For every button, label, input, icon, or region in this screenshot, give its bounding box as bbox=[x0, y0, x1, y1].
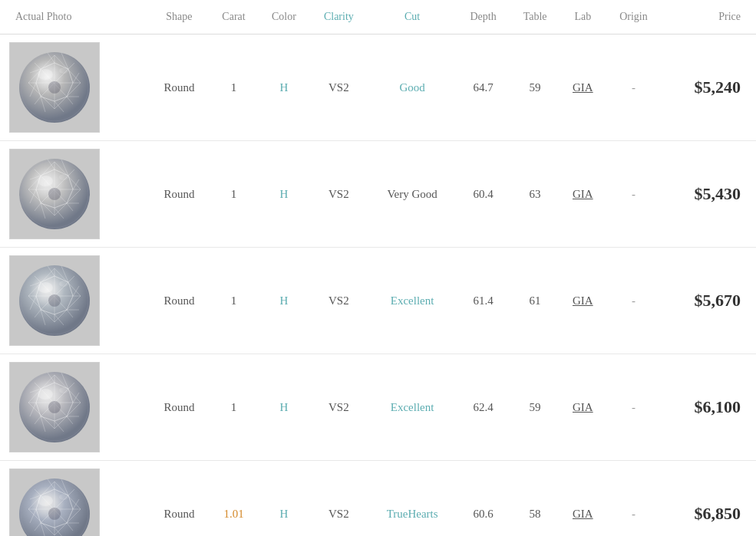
lab-cell[interactable]: GIA bbox=[560, 354, 606, 461]
svg-point-60 bbox=[59, 174, 68, 180]
origin-cell: - bbox=[606, 461, 662, 537]
col-header-cut: Cut bbox=[368, 0, 457, 35]
table-cell: 58 bbox=[510, 461, 560, 537]
diamond-table: Actual Photo Shape Carat Color Clarity C… bbox=[0, 0, 756, 536]
table-cell: 63 bbox=[510, 141, 560, 248]
origin-cell: - bbox=[606, 35, 662, 141]
shape-cell: Round bbox=[150, 141, 210, 248]
col-header-shape: Shape bbox=[150, 0, 210, 35]
carat-cell: 1 bbox=[209, 248, 258, 354]
col-header-clarity: Clarity bbox=[309, 0, 368, 35]
svg-point-30 bbox=[48, 81, 61, 94]
photo-cell bbox=[0, 461, 150, 537]
table-row: Round 1 H VS2 Very Good 60.4 63 GIA - $5… bbox=[0, 141, 756, 248]
table-cell: 59 bbox=[510, 35, 560, 141]
col-header-color: Color bbox=[259, 0, 310, 35]
svg-point-153 bbox=[59, 494, 68, 500]
clarity-cell: VS2 bbox=[309, 248, 368, 354]
carat-cell: 1 bbox=[209, 141, 258, 248]
diamond-image bbox=[9, 362, 100, 452]
price-cell: $5,430 bbox=[662, 141, 756, 248]
photo-cell bbox=[0, 141, 150, 248]
col-header-carat: Carat bbox=[209, 0, 258, 35]
color-cell: H bbox=[259, 35, 310, 141]
price-cell: $5,670 bbox=[662, 248, 756, 354]
diamond-image bbox=[9, 149, 100, 239]
color-cell: H bbox=[259, 141, 310, 248]
svg-point-61 bbox=[48, 188, 61, 200]
cut-cell: Excellent bbox=[368, 248, 457, 354]
svg-point-122 bbox=[59, 387, 68, 393]
cut-cell: Very Good bbox=[368, 141, 457, 248]
table-body: Round 1 H VS2 Good 64.7 59 GIA - $5,240 bbox=[0, 35, 756, 537]
price-cell: $5,240 bbox=[662, 35, 756, 141]
diamond-image bbox=[9, 255, 100, 346]
table-row: Round 1 H VS2 Excellent 62.4 59 GIA - $6… bbox=[0, 354, 756, 461]
svg-point-154 bbox=[48, 508, 61, 520]
price-cell: $6,850 bbox=[662, 461, 756, 537]
photo-cell bbox=[0, 35, 150, 141]
shape-cell: Round bbox=[150, 35, 210, 141]
lab-cell[interactable]: GIA bbox=[560, 248, 606, 354]
table-cell: 61 bbox=[510, 248, 560, 354]
depth-cell: 60.4 bbox=[457, 141, 510, 248]
svg-point-91 bbox=[59, 281, 68, 287]
carat-cell: 1 bbox=[209, 354, 258, 461]
table-row: Round 1 H VS2 Excellent 61.4 61 GIA - $5… bbox=[0, 248, 756, 354]
carat-cell: 1.01 bbox=[209, 461, 258, 537]
cut-cell: TrueHearts bbox=[368, 461, 457, 537]
col-header-photo: Actual Photo bbox=[0, 0, 150, 35]
table-row: Round 1 H VS2 Good 64.7 59 GIA - $5,240 bbox=[0, 35, 756, 141]
shape-cell: Round bbox=[150, 354, 210, 461]
photo-cell bbox=[0, 354, 150, 461]
lab-cell[interactable]: GIA bbox=[560, 461, 606, 537]
col-header-lab: Lab bbox=[560, 0, 606, 35]
svg-point-123 bbox=[48, 401, 61, 413]
color-cell: H bbox=[259, 248, 310, 354]
clarity-cell: VS2 bbox=[309, 141, 368, 248]
depth-cell: 62.4 bbox=[457, 354, 510, 461]
clarity-cell: VS2 bbox=[309, 35, 368, 141]
carat-cell: 1 bbox=[209, 35, 258, 141]
color-cell: H bbox=[259, 461, 310, 537]
svg-point-29 bbox=[59, 67, 68, 74]
col-header-depth: Depth bbox=[457, 0, 510, 35]
svg-point-121 bbox=[38, 389, 53, 400]
clarity-cell: VS2 bbox=[309, 354, 368, 461]
price-cell: $6,100 bbox=[662, 354, 756, 461]
lab-cell[interactable]: GIA bbox=[560, 35, 606, 141]
svg-point-152 bbox=[38, 495, 53, 506]
origin-cell: - bbox=[606, 248, 662, 354]
col-header-price: Price bbox=[662, 0, 756, 35]
origin-cell: - bbox=[606, 141, 662, 248]
photo-cell bbox=[0, 248, 150, 354]
svg-point-90 bbox=[38, 282, 53, 293]
cut-cell: Excellent bbox=[368, 354, 457, 461]
lab-cell[interactable]: GIA bbox=[560, 141, 606, 248]
depth-cell: 60.6 bbox=[457, 461, 510, 537]
clarity-cell: VS2 bbox=[309, 461, 368, 537]
diamond-image bbox=[9, 42, 100, 133]
svg-point-92 bbox=[48, 294, 61, 307]
color-cell: H bbox=[259, 354, 310, 461]
table-header: Actual Photo Shape Carat Color Clarity C… bbox=[0, 0, 756, 35]
origin-cell: - bbox=[606, 354, 662, 461]
col-header-table: Table bbox=[510, 0, 560, 35]
svg-point-28 bbox=[38, 69, 53, 80]
cut-cell: Good bbox=[368, 35, 457, 141]
svg-point-59 bbox=[38, 176, 53, 186]
col-header-origin: Origin bbox=[606, 0, 662, 35]
depth-cell: 64.7 bbox=[457, 35, 510, 141]
shape-cell: Round bbox=[150, 248, 210, 354]
table-row: Round 1.01 H VS2 TrueHearts 60.6 58 GIA … bbox=[0, 461, 756, 537]
depth-cell: 61.4 bbox=[457, 248, 510, 354]
table-cell: 59 bbox=[510, 354, 560, 461]
shape-cell: Round bbox=[150, 461, 210, 537]
diamond-image bbox=[9, 469, 100, 536]
